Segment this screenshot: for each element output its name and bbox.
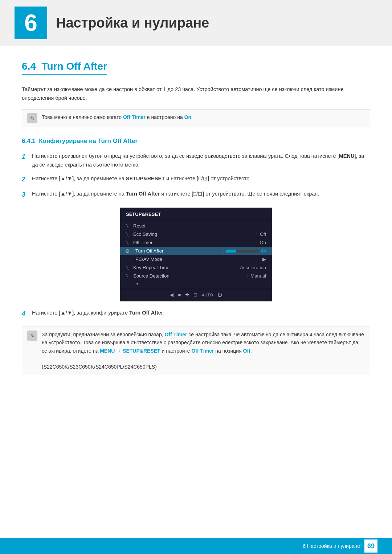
body-paragraph: Таймерът за изключване може да се настро… (22, 85, 370, 103)
menu-item-reset: ╲ Reset (120, 222, 272, 230)
chapter-header: 6 Настройка и нулиране (0, 0, 392, 46)
label-turn-off-after: Turn Off After (133, 248, 220, 254)
note-icon: ✎ (27, 113, 37, 123)
menu-bottom-bar: ◀ ■ ✚ ⊡ AUTO ⏻ (120, 289, 272, 298)
gear-icon: ⚙ (125, 248, 130, 254)
nav-icon-monitor: ⊡ (193, 292, 197, 297)
menu-item-key-repeat: ╲ Key Repeat Time : Acceleration (120, 263, 272, 272)
menu-item-pcav-mode: PC/AV Mode ▶ (120, 255, 272, 263)
footer-section-label: 6 Настройка и нулиране (303, 543, 360, 549)
section-title: 6.4 Turn Off After (22, 61, 107, 75)
step-text-4: Натиснете [▲/▼], за да конфигурирате Tur… (32, 309, 370, 317)
note-text: Това меню е налично само когато Off Time… (42, 113, 193, 121)
menu-item-off-timer: ╲ Off Timer : On (120, 238, 272, 247)
chapter-title: Настройка и нулиране (56, 15, 209, 31)
value-key-repeat: Acceleration (240, 265, 266, 270)
progress-label: 4h (261, 249, 266, 254)
auto-label: AUTO (202, 293, 213, 297)
step-3: 3 Натиснете [▲/▼], за да преминете на Tu… (22, 190, 370, 200)
value-source-detection: Manual (250, 273, 266, 279)
step-1: 1 Натиснете произволен бутон отпред на у… (22, 152, 370, 169)
section-heading: 6.4 Turn Off After (22, 61, 370, 75)
note-box-2: ✎ За продукти, предназначени за европейс… (22, 327, 370, 375)
step-number-2: 2 (22, 174, 32, 185)
bullet-reset: ╲ (126, 223, 128, 228)
step-text-2: Натиснете [▲/▼], за да преминете на SETU… (32, 175, 370, 183)
step-number-1: 1 (22, 152, 32, 163)
label-source-detection: Source Detection (133, 273, 245, 279)
steps-list: 1 Натиснете произволен бутон отпред на у… (22, 152, 370, 200)
model-text: (S22C650K/S23C650K/S24C650PL/S24C650PLS) (42, 364, 157, 370)
bullet-key-repeat: ╲ (126, 265, 128, 270)
step-number-3: 3 (22, 189, 32, 200)
label-reset: Reset (133, 223, 266, 229)
label-off-timer: Off Timer (133, 240, 254, 245)
step-text-3: Натиснете [▲/▼], за да преминете на Turn… (32, 190, 370, 198)
bullet-eco: ╲ (126, 232, 128, 237)
value-eco: Off (260, 231, 266, 237)
subsection-heading: 6.4.1 Конфигуриране на Turn Off After (22, 138, 370, 145)
note-icon-2: ✎ (27, 331, 37, 341)
value-off-timer: On (260, 240, 266, 245)
footer-page-number: 69 (364, 539, 377, 553)
label-eco: Eco Saving (133, 231, 254, 237)
step-4-list: 4 Натиснете [▲/▼], за да конфигурирате T… (22, 309, 370, 319)
arrow-right-icon: ▶ (262, 257, 266, 262)
menu-item-eco-saving: ╲ Eco Saving : Off (120, 230, 272, 238)
note-box-1: ✎ Това меню е налично само когато Off Ti… (22, 109, 370, 127)
step-4: 4 Натиснете [▲/▼], за да конфигурирате T… (22, 309, 370, 319)
menu-title-bar: SETUP&RESET (120, 212, 272, 220)
progress-bar-fill (226, 250, 236, 253)
nav-icon-plus: ✚ (185, 292, 189, 297)
menu-item-more: ▼ (120, 280, 272, 287)
menu-screenshot: SETUP&RESET ╲ Reset ╲ Eco Saving : Off ╲… (120, 208, 272, 301)
note-text-2: За продукти, предназначени за европейски… (42, 331, 365, 371)
bullet-source-detection: ╲ (126, 274, 128, 278)
chapter-number: 6 (15, 7, 47, 39)
power-icon: ⏻ (217, 292, 222, 297)
nav-icon-down: ■ (178, 292, 181, 297)
label-pcav: PC/AV Mode (133, 257, 266, 262)
main-content: 6.4 Turn Off After Таймерът за изключван… (0, 61, 392, 414)
menu-item-source-detection: ╲ Source Detection : Manual (120, 272, 272, 280)
bullet-off-timer: ╲ (126, 240, 128, 245)
step-2: 2 Натиснете [▲/▼], за да преминете на SE… (22, 175, 370, 185)
nav-icon-left: ◀ (170, 292, 173, 297)
label-key-repeat: Key Repeat Time (133, 265, 234, 270)
step-number-4: 4 (22, 308, 32, 319)
step-text-1: Натиснете произволен бутон отпред на уст… (32, 152, 370, 169)
progress-bar-container: 4h (226, 249, 266, 254)
progress-bar (226, 250, 259, 253)
page-footer: 6 Настройка и нулиране 69 (0, 538, 392, 554)
menu-item-turn-off-after: ⚙ Turn Off After : 4h (120, 247, 272, 255)
